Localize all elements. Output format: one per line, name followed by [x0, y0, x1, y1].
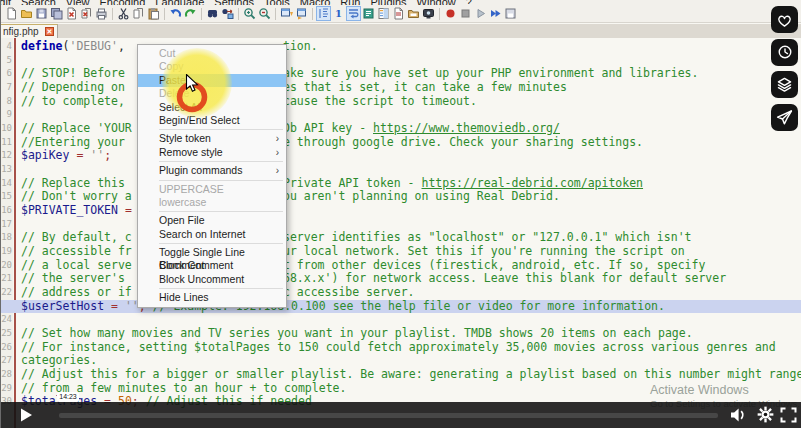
- code-line: //Entering your e through google drive. …: [1, 136, 801, 150]
- macro-multi-run-icon[interactable]: [489, 7, 502, 20]
- menu-separator: [159, 180, 283, 181]
- code-line: // Adjust this for a bigger or smaller p…: [1, 368, 801, 382]
- paste-icon[interactable]: [147, 7, 160, 20]
- tab-label: nfig.php: [3, 26, 39, 37]
- context-menu-item-open-file[interactable]: Open File: [138, 214, 286, 227]
- submenu-arrow-icon: ›: [276, 146, 279, 159]
- video-player-bar: [1, 402, 801, 428]
- clock-icon: [775, 42, 795, 62]
- toolbar-separator: [238, 8, 239, 20]
- word-wrap-icon[interactable]: [347, 7, 360, 20]
- toolbar-separator: [201, 8, 202, 20]
- save-icon[interactable]: [35, 7, 48, 20]
- sync-v-icon[interactable]: [280, 7, 293, 20]
- layers-icon: [774, 74, 795, 95]
- undo-icon[interactable]: [169, 7, 182, 20]
- context-menu-item-begin-end-select[interactable]: Begin/End Select: [138, 114, 286, 127]
- context-menu-item-search-on-internet[interactable]: Search on Internet: [138, 228, 286, 241]
- macro-play-icon[interactable]: [474, 7, 487, 20]
- code-line: // By default, cserver identifies as "lo…: [1, 231, 801, 245]
- video-progress-bar[interactable]: [59, 413, 718, 418]
- fullscreen-icon[interactable]: [780, 407, 797, 423]
- code-line: // For instance, setting $totalPages to …: [1, 341, 801, 355]
- submenu-arrow-icon: ›: [276, 164, 279, 177]
- context-menu-item-uppercase[interactable]: UPPERCASE: [138, 183, 286, 196]
- open-folder-icon[interactable]: [20, 7, 33, 20]
- save-all-icon[interactable]: [50, 7, 63, 20]
- code-line: // Depending on es that is set, it can t…: [1, 81, 801, 95]
- code-editor[interactable]: 4567891011121314151617181920212223242526…: [1, 38, 801, 428]
- settings-gear-icon[interactable]: [757, 406, 774, 423]
- zoom-out-icon[interactable]: [258, 7, 271, 20]
- toolbar: 1: [1, 5, 801, 23]
- macro-save-icon[interactable]: [504, 7, 517, 20]
- zoom-in-icon[interactable]: [243, 7, 256, 20]
- toolbar-separator: [312, 8, 313, 20]
- code-line: [1, 313, 801, 327]
- replace-icon[interactable]: [221, 7, 234, 20]
- tab-bar: nfig.php ✕: [1, 24, 801, 39]
- context-menu-item-block-uncomment[interactable]: Block Uncomment: [138, 273, 286, 286]
- code-line: categories.: [1, 354, 801, 368]
- doc-switcher-icon[interactable]: [392, 7, 405, 20]
- toolbar-separator: [275, 8, 276, 20]
- macro-record-icon[interactable]: [444, 7, 457, 20]
- tab-close-icon[interactable]: ✕: [45, 27, 54, 36]
- video-frame: EditSearchViewEncodingLanguageSettingsTo…: [0, 0, 801, 428]
- cut-icon[interactable]: [117, 7, 130, 20]
- volume-icon[interactable]: [729, 407, 748, 423]
- doc-map-icon[interactable]: [377, 7, 390, 20]
- code-line: [1, 108, 801, 122]
- activate-windows-watermark: Activate Windows: [650, 383, 749, 397]
- toolbar-separator: [164, 8, 165, 20]
- project-folder-icon[interactable]: [407, 7, 420, 20]
- close-icon[interactable]: [65, 7, 78, 20]
- watch-later-button[interactable]: [771, 39, 798, 66]
- context-menu-item-plugin-commands[interactable]: Plugin commands›: [138, 164, 286, 177]
- submenu-arrow-icon: ›: [276, 132, 279, 145]
- share-button[interactable]: [771, 104, 798, 131]
- toolbar-separator: [439, 8, 440, 20]
- paper-plane-icon: [774, 107, 795, 128]
- mouse-cursor-icon: [185, 74, 201, 94]
- context-menu-item-toggle-single-line-comment[interactable]: Toggle Single Line Comment: [138, 246, 286, 259]
- like-button[interactable]: [771, 6, 798, 33]
- context-menu-item-remove-style[interactable]: Remove style›: [138, 146, 286, 159]
- macro-stop-icon[interactable]: [459, 7, 472, 20]
- menu-separator: [159, 161, 283, 162]
- menu-separator: [159, 129, 283, 130]
- heart-icon: [774, 10, 795, 30]
- context-menu-item-block-comment[interactable]: Block Comment: [138, 259, 286, 272]
- code-line: [1, 163, 801, 177]
- indent-guide-icon[interactable]: [317, 7, 330, 20]
- find-icon[interactable]: [206, 7, 219, 20]
- copy-icon[interactable]: [132, 7, 145, 20]
- redo-icon[interactable]: [184, 7, 197, 20]
- code-line: // address or ifc accessibe server.: [1, 286, 801, 300]
- close-all-icon[interactable]: [80, 7, 93, 20]
- function-list-icon[interactable]: [362, 7, 375, 20]
- monitor-icon[interactable]: [422, 7, 435, 20]
- code-line: [1, 218, 801, 232]
- menu-separator: [159, 211, 283, 212]
- code-line: // Replace 'YOURDb API key - https://www…: [1, 122, 801, 136]
- context-menu-item-style-token[interactable]: Style token›: [138, 132, 286, 145]
- video-overlay-buttons: [771, 6, 798, 136]
- print-icon[interactable]: [95, 7, 108, 20]
- code-line: // accessible frur local network. Set th…: [1, 245, 801, 259]
- context-menu-item-lowercase[interactable]: lowercase: [138, 196, 286, 209]
- context-menu-item-hide-lines[interactable]: Hide Lines: [138, 291, 286, 304]
- code-line: // Replace this Private API token - http…: [1, 177, 801, 191]
- code-line: // the server's 68.x.x') for network acc…: [1, 272, 801, 286]
- new-file-icon[interactable]: [5, 7, 18, 20]
- code-line: // a local servet from other devices (fi…: [1, 259, 801, 273]
- video-time-tooltip: 14:23: [57, 392, 79, 402]
- play-button[interactable]: [20, 408, 33, 422]
- toolbar-separator: [112, 8, 113, 20]
- add-to-playlist-button[interactable]: [771, 71, 798, 98]
- sync-h-icon[interactable]: [295, 7, 308, 20]
- tab-config-php[interactable]: nfig.php ✕: [1, 24, 58, 38]
- view-1-icon[interactable]: 1: [332, 7, 345, 20]
- code-line: [1, 54, 801, 68]
- code-line: // to complete, cause the script to time…: [1, 95, 801, 109]
